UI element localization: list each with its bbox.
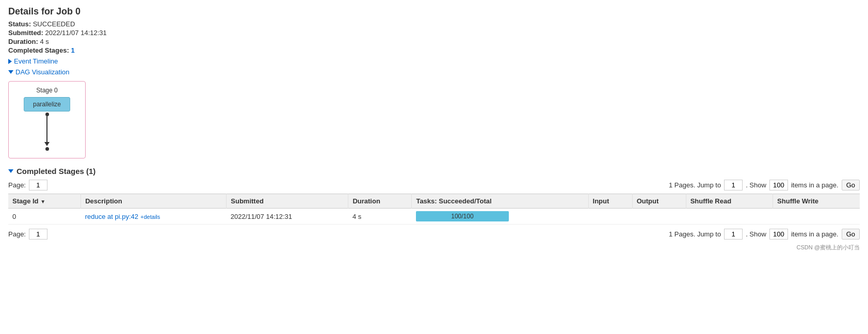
cell-output — [632, 209, 686, 225]
event-timeline-collapsed-icon — [8, 59, 12, 64]
dag-stage-label: Stage 0 — [16, 87, 78, 94]
show-input-top[interactable] — [769, 180, 788, 190]
col-shuffle-write[interactable]: Shuffle Write — [773, 194, 860, 209]
completed-stages-value: 1 — [71, 46, 74, 54]
completed-stages-title: Completed Stages (1) — [17, 167, 95, 176]
dag-visualization-expanded-icon — [8, 70, 13, 74]
show-label-top: . Show — [746, 181, 766, 189]
jump-input-bottom[interactable] — [724, 229, 743, 240]
tasks-progress-bar-container: 100/100 — [416, 211, 509, 221]
watermark: CSDN @蜜桃上的小叮当 — [8, 244, 860, 251]
event-timeline-label[interactable]: Event Timeline — [14, 57, 58, 65]
show-label-bottom: . Show — [746, 230, 766, 238]
pagination-top: Page: 1 Pages. Jump to . Show items in a… — [8, 180, 860, 190]
dag-dot-top — [45, 113, 49, 116]
dag-visualization-toggle[interactable]: DAG Visualization — [8, 68, 860, 76]
page-input-top[interactable] — [29, 180, 47, 190]
col-output[interactable]: Output — [632, 194, 686, 209]
dag-arrowhead — [44, 142, 50, 146]
items-label-top: items in a page. — [791, 181, 839, 189]
status-label: Status: — [8, 20, 31, 28]
completed-stages-label: Completed Stages: — [8, 46, 69, 54]
stages-table: Stage Id ▼ Description Submitted Duratio… — [8, 194, 860, 225]
tasks-progress-bar-fill: 100/100 — [416, 211, 509, 221]
completed-stages-section-header[interactable]: Completed Stages (1) — [8, 167, 860, 176]
dag-visualization-label[interactable]: DAG Visualization — [15, 68, 70, 76]
submitted-value: 2022/11/07 14:12:31 — [45, 29, 107, 37]
status-value: SUCCEEDED — [33, 20, 75, 28]
event-timeline-toggle[interactable]: Event Timeline — [8, 57, 860, 65]
pagination-bottom-left: Page: — [8, 229, 47, 240]
pagination-bottom: Page: 1 Pages. Jump to . Show items in a… — [8, 229, 860, 240]
go-button-bottom[interactable]: Go — [842, 229, 860, 240]
completed-stages-line: Completed Stages: 1 — [8, 46, 860, 54]
dag-line — [46, 116, 47, 142]
col-description[interactable]: Description — [81, 194, 227, 209]
col-tasks[interactable]: Tasks: Succeeded/Total — [412, 194, 588, 209]
cell-shuffle-read — [686, 209, 773, 225]
dag-diagram: Stage 0 parallelize — [8, 81, 86, 158]
details-link[interactable]: +details — [140, 214, 160, 220]
items-label-bottom: items in a page. — [791, 230, 839, 238]
pagination-bottom-right: 1 Pages. Jump to . Show items in a page.… — [669, 229, 860, 240]
page-input-bottom[interactable] — [29, 229, 47, 240]
submitted-line: Submitted: 2022/11/07 14:12:31 — [8, 29, 860, 37]
cell-description: reduce at pi.py:42+details — [81, 209, 227, 225]
cell-duration: 4 s — [348, 209, 412, 225]
dag-arrow — [16, 112, 78, 151]
duration-line: Duration: 4 s — [8, 38, 860, 45]
col-shuffle-read[interactable]: Shuffle Read — [686, 194, 773, 209]
col-input[interactable]: Input — [588, 194, 632, 209]
page-title: Details for Job 0 — [8, 6, 860, 17]
dag-node: parallelize — [24, 97, 70, 112]
page-label-bottom: Page: — [8, 230, 26, 238]
page-label-top: Page: — [8, 181, 26, 189]
go-button-top[interactable]: Go — [842, 180, 860, 190]
pages-info-top: 1 Pages. Jump to — [669, 181, 721, 189]
table-row: 0reduce at pi.py:42+details2022/11/07 14… — [8, 209, 860, 225]
cell-submitted: 2022/11/07 14:12:31 — [227, 209, 348, 225]
status-line: Status: SUCCEEDED — [8, 20, 860, 28]
col-submitted[interactable]: Submitted — [227, 194, 348, 209]
col-stage-id[interactable]: Stage Id ▼ — [8, 194, 81, 209]
submitted-label: Submitted: — [8, 29, 43, 37]
dag-dot-bottom — [45, 147, 49, 151]
cell-tasks: 100/100 — [412, 209, 588, 225]
duration-label: Duration: — [8, 38, 38, 45]
pagination-top-right: 1 Pages. Jump to . Show items in a page.… — [669, 180, 860, 190]
description-link[interactable]: reduce at pi.py:42 — [85, 213, 138, 220]
sort-icon: ▼ — [40, 199, 45, 204]
pagination-top-left: Page: — [8, 180, 47, 190]
duration-value: 4 s — [40, 38, 49, 45]
cell-stage-id: 0 — [8, 209, 81, 225]
show-input-bottom[interactable] — [769, 229, 788, 240]
completed-stages-expanded-icon — [8, 169, 13, 173]
table-header-row: Stage Id ▼ Description Submitted Duratio… — [8, 194, 860, 209]
col-duration[interactable]: Duration — [348, 194, 412, 209]
cell-input — [588, 209, 632, 225]
pages-info-bottom: 1 Pages. Jump to — [669, 230, 721, 238]
cell-shuffle-write — [773, 209, 860, 225]
jump-input-top[interactable] — [724, 180, 743, 190]
